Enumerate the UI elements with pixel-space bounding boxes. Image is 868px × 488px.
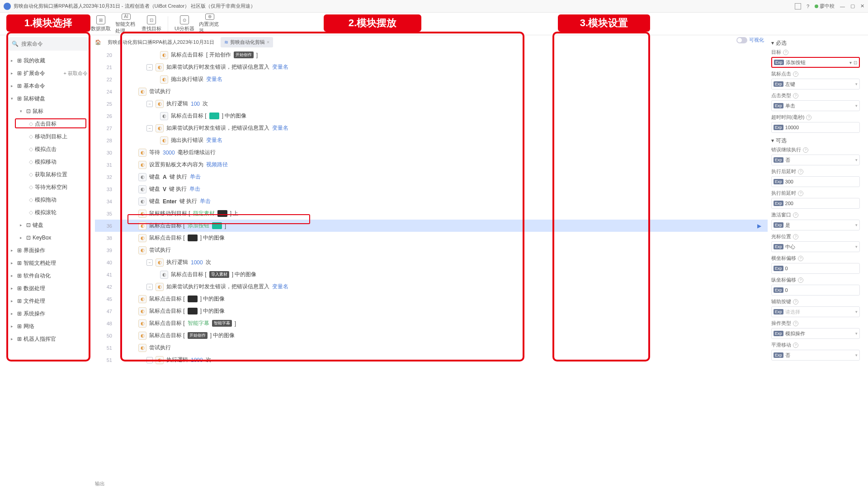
app-logo [4, 3, 11, 10]
titlebar: 剪映自动化剪辑口播RPA机器人2023年10月31日 - 流程创造者（UiBot… [0, 0, 868, 13]
tb-browser[interactable]: ⊕内置浏览器 [199, 14, 221, 34]
tb-scrape[interactable]: ⊞数据抓取 [90, 14, 112, 34]
toolbar: ◻停止 ⏱时间线 ▭录制 ⊞数据抓取 AI智能文档处理 ⊡查找目标 ⊙UI分析器… [0, 13, 868, 35]
apps-icon[interactable] [795, 3, 801, 9]
tb-stop[interactable]: ◻停止 [6, 14, 28, 34]
help-icon[interactable]: ? [807, 4, 809, 9]
tb-ui-analyzer[interactable]: ⊙UI分析器 [174, 14, 195, 34]
max-button[interactable]: ▢ [850, 3, 855, 9]
close-button[interactable]: ✕ [860, 3, 864, 9]
user-status[interactable]: 廖中校 [815, 3, 835, 9]
window-title: 剪映自动化剪辑口播RPA机器人2023年10月31日 - 流程创造者（UiBot… [14, 3, 255, 9]
tb-doc[interactable]: AI智能文档处理 [115, 14, 137, 34]
tb-record[interactable]: ▭录制 [65, 14, 86, 34]
min-button[interactable]: — [840, 4, 845, 9]
tb-find[interactable]: ⊡查找目标 [141, 14, 162, 34]
tb-timeline[interactable]: ⏱时间线 [32, 14, 53, 34]
